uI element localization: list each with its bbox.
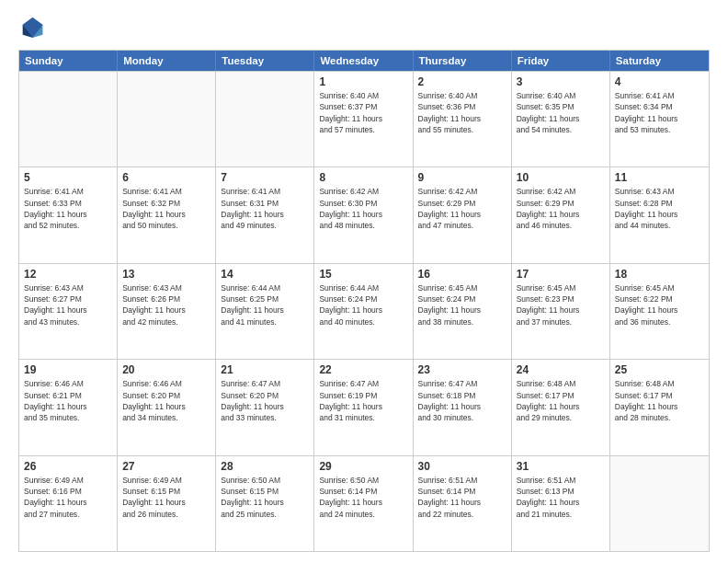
cell-info: Sunrise: 6:45 AM Sunset: 6:23 PM Dayligh… — [517, 282, 605, 327]
cell-info: Sunrise: 6:40 AM Sunset: 6:37 PM Dayligh… — [319, 90, 407, 135]
calendar-header-row: SundayMondayTuesdayWednesdayThursdayFrid… — [19, 51, 709, 71]
calendar-cell: 20Sunrise: 6:46 AM Sunset: 6:20 PM Dayli… — [118, 360, 216, 454]
calendar-row: 12Sunrise: 6:43 AM Sunset: 6:27 PM Dayli… — [19, 263, 709, 359]
calendar-cell: 2Sunrise: 6:40 AM Sunset: 6:36 PM Daylig… — [414, 72, 512, 167]
cell-info: Sunrise: 6:50 AM Sunset: 6:14 PM Dayligh… — [319, 475, 407, 520]
day-number: 27 — [122, 460, 210, 473]
calendar-cell: 26Sunrise: 6:49 AM Sunset: 6:16 PM Dayli… — [19, 456, 118, 551]
calendar-cell: 3Sunrise: 6:40 AM Sunset: 6:35 PM Daylig… — [512, 72, 610, 167]
calendar-cell: 5Sunrise: 6:41 AM Sunset: 6:33 PM Daylig… — [19, 167, 118, 262]
calendar-cell: 24Sunrise: 6:48 AM Sunset: 6:17 PM Dayli… — [512, 360, 610, 454]
calendar-cell: 9Sunrise: 6:42 AM Sunset: 6:29 PM Daylig… — [414, 167, 512, 262]
calendar-row: 5Sunrise: 6:41 AM Sunset: 6:33 PM Daylig… — [19, 167, 709, 262]
day-number: 9 — [418, 171, 506, 184]
calendar-cell: 31Sunrise: 6:51 AM Sunset: 6:13 PM Dayli… — [512, 456, 610, 551]
cell-info: Sunrise: 6:45 AM Sunset: 6:22 PM Dayligh… — [615, 282, 704, 327]
cell-info: Sunrise: 6:44 AM Sunset: 6:25 PM Dayligh… — [221, 282, 309, 327]
calendar-header-cell: Tuesday — [216, 51, 314, 71]
day-number: 6 — [122, 171, 210, 184]
calendar-cell: 19Sunrise: 6:46 AM Sunset: 6:21 PM Dayli… — [19, 360, 118, 454]
day-number: 23 — [418, 363, 506, 376]
cell-info: Sunrise: 6:43 AM Sunset: 6:28 PM Dayligh… — [615, 186, 704, 231]
calendar-cell: 30Sunrise: 6:51 AM Sunset: 6:14 PM Dayli… — [414, 456, 512, 551]
calendar-cell: 25Sunrise: 6:48 AM Sunset: 6:17 PM Dayli… — [610, 360, 709, 454]
day-number: 16 — [418, 268, 506, 281]
logo — [18, 15, 48, 40]
day-number: 20 — [122, 363, 210, 376]
day-number: 3 — [517, 75, 605, 88]
cell-info: Sunrise: 6:47 AM Sunset: 6:18 PM Dayligh… — [418, 378, 506, 423]
calendar-row: 1Sunrise: 6:40 AM Sunset: 6:37 PM Daylig… — [19, 71, 709, 167]
cell-info: Sunrise: 6:41 AM Sunset: 6:34 PM Dayligh… — [615, 90, 704, 135]
day-number: 18 — [615, 268, 704, 281]
calendar-header-cell: Sunday — [19, 51, 118, 71]
cell-info: Sunrise: 6:49 AM Sunset: 6:15 PM Dayligh… — [122, 475, 210, 520]
calendar-cell — [19, 72, 118, 167]
day-number: 11 — [615, 171, 704, 184]
day-number: 29 — [319, 460, 407, 473]
cell-info: Sunrise: 6:46 AM Sunset: 6:20 PM Dayligh… — [122, 378, 210, 423]
calendar-cell: 22Sunrise: 6:47 AM Sunset: 6:19 PM Dayli… — [314, 360, 413, 454]
header — [18, 15, 710, 40]
cell-info: Sunrise: 6:45 AM Sunset: 6:24 PM Dayligh… — [418, 282, 506, 327]
calendar-cell: 13Sunrise: 6:43 AM Sunset: 6:26 PM Dayli… — [118, 264, 216, 359]
calendar-cell: 16Sunrise: 6:45 AM Sunset: 6:24 PM Dayli… — [414, 264, 512, 359]
calendar-row: 19Sunrise: 6:46 AM Sunset: 6:21 PM Dayli… — [19, 359, 709, 454]
cell-info: Sunrise: 6:48 AM Sunset: 6:17 PM Dayligh… — [615, 378, 704, 423]
cell-info: Sunrise: 6:42 AM Sunset: 6:30 PM Dayligh… — [319, 186, 407, 231]
calendar-header-cell: Saturday — [610, 51, 709, 71]
calendar-cell — [216, 72, 314, 167]
cell-info: Sunrise: 6:42 AM Sunset: 6:29 PM Dayligh… — [517, 186, 605, 231]
day-number: 12 — [24, 268, 112, 281]
day-number: 31 — [517, 460, 605, 473]
cell-info: Sunrise: 6:51 AM Sunset: 6:13 PM Dayligh… — [517, 475, 605, 520]
calendar-row: 26Sunrise: 6:49 AM Sunset: 6:16 PM Dayli… — [19, 455, 709, 551]
calendar-cell: 17Sunrise: 6:45 AM Sunset: 6:23 PM Dayli… — [512, 264, 610, 359]
calendar-header-cell: Thursday — [414, 51, 512, 71]
day-number: 28 — [221, 460, 309, 473]
calendar-cell: 1Sunrise: 6:40 AM Sunset: 6:37 PM Daylig… — [314, 72, 413, 167]
cell-info: Sunrise: 6:44 AM Sunset: 6:24 PM Dayligh… — [319, 282, 407, 327]
calendar-cell — [118, 72, 216, 167]
day-number: 30 — [418, 460, 506, 473]
calendar-cell: 6Sunrise: 6:41 AM Sunset: 6:32 PM Daylig… — [118, 167, 216, 262]
day-number: 25 — [615, 363, 704, 376]
cell-info: Sunrise: 6:41 AM Sunset: 6:32 PM Dayligh… — [122, 186, 210, 231]
day-number: 1 — [319, 75, 407, 88]
day-number: 22 — [319, 363, 407, 376]
logo-icon — [18, 15, 44, 40]
cell-info: Sunrise: 6:49 AM Sunset: 6:16 PM Dayligh… — [24, 475, 112, 520]
calendar: SundayMondayTuesdayWednesdayThursdayFrid… — [18, 50, 710, 552]
cell-info: Sunrise: 6:41 AM Sunset: 6:33 PM Dayligh… — [24, 186, 112, 231]
cell-info: Sunrise: 6:43 AM Sunset: 6:27 PM Dayligh… — [24, 282, 112, 327]
cell-info: Sunrise: 6:41 AM Sunset: 6:31 PM Dayligh… — [221, 186, 309, 231]
cell-info: Sunrise: 6:48 AM Sunset: 6:17 PM Dayligh… — [517, 378, 605, 423]
calendar-cell: 10Sunrise: 6:42 AM Sunset: 6:29 PM Dayli… — [512, 167, 610, 262]
cell-info: Sunrise: 6:51 AM Sunset: 6:14 PM Dayligh… — [418, 475, 506, 520]
day-number: 4 — [615, 75, 704, 88]
calendar-header-cell: Friday — [512, 51, 610, 71]
day-number: 8 — [319, 171, 407, 184]
cell-info: Sunrise: 6:47 AM Sunset: 6:20 PM Dayligh… — [221, 378, 309, 423]
calendar-cell: 18Sunrise: 6:45 AM Sunset: 6:22 PM Dayli… — [610, 264, 709, 359]
calendar-cell: 7Sunrise: 6:41 AM Sunset: 6:31 PM Daylig… — [216, 167, 314, 262]
cell-info: Sunrise: 6:46 AM Sunset: 6:21 PM Dayligh… — [24, 378, 112, 423]
calendar-cell: 15Sunrise: 6:44 AM Sunset: 6:24 PM Dayli… — [314, 264, 413, 359]
day-number: 26 — [24, 460, 112, 473]
day-number: 13 — [122, 268, 210, 281]
cell-info: Sunrise: 6:47 AM Sunset: 6:19 PM Dayligh… — [319, 378, 407, 423]
calendar-cell: 28Sunrise: 6:50 AM Sunset: 6:15 PM Dayli… — [216, 456, 314, 551]
day-number: 17 — [517, 268, 605, 281]
day-number: 21 — [221, 363, 309, 376]
calendar-cell: 14Sunrise: 6:44 AM Sunset: 6:25 PM Dayli… — [216, 264, 314, 359]
calendar-cell: 11Sunrise: 6:43 AM Sunset: 6:28 PM Dayli… — [610, 167, 709, 262]
day-number: 10 — [517, 171, 605, 184]
calendar-cell: 8Sunrise: 6:42 AM Sunset: 6:30 PM Daylig… — [314, 167, 413, 262]
calendar-cell: 23Sunrise: 6:47 AM Sunset: 6:18 PM Dayli… — [414, 360, 512, 454]
calendar-cell: 27Sunrise: 6:49 AM Sunset: 6:15 PM Dayli… — [118, 456, 216, 551]
day-number: 7 — [221, 171, 309, 184]
day-number: 5 — [24, 171, 112, 184]
calendar-cell: 12Sunrise: 6:43 AM Sunset: 6:27 PM Dayli… — [19, 264, 118, 359]
day-number: 14 — [221, 268, 309, 281]
cell-info: Sunrise: 6:50 AM Sunset: 6:15 PM Dayligh… — [221, 475, 309, 520]
